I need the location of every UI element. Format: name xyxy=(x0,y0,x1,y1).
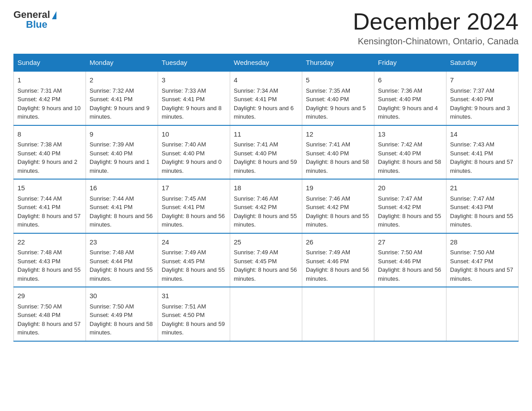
cell-content: Sunrise: 7:45 AMSunset: 4:41 PMDaylight:… xyxy=(162,194,226,229)
logo-triangle-icon xyxy=(52,11,56,19)
day-number: 22 xyxy=(17,237,82,248)
calendar-cell: 31Sunrise: 7:51 AMSunset: 4:50 PMDayligh… xyxy=(158,287,230,341)
day-number: 26 xyxy=(306,237,370,248)
calendar-cell xyxy=(374,287,446,341)
cell-content: Sunrise: 7:44 AMSunset: 4:41 PMDaylight:… xyxy=(17,194,82,229)
cell-content: Sunrise: 7:40 AMSunset: 4:40 PMDaylight:… xyxy=(162,140,226,175)
calendar-cell: 17Sunrise: 7:45 AMSunset: 4:41 PMDayligh… xyxy=(158,179,230,233)
cell-content: Sunrise: 7:46 AMSunset: 4:42 PMDaylight:… xyxy=(306,194,370,229)
day-number: 13 xyxy=(378,129,442,140)
day-number: 25 xyxy=(234,237,298,248)
cell-content: Sunrise: 7:49 AMSunset: 4:45 PMDaylight:… xyxy=(234,248,298,283)
cell-content: Sunrise: 7:48 AMSunset: 4:44 PMDaylight:… xyxy=(90,248,154,283)
calendar-cell: 21Sunrise: 7:47 AMSunset: 4:43 PMDayligh… xyxy=(446,179,519,233)
calendar-cell: 15Sunrise: 7:44 AMSunset: 4:41 PMDayligh… xyxy=(14,179,86,233)
location-title: Kensington-Chinatown, Ontario, Canada xyxy=(353,36,519,47)
calendar-cell: 19Sunrise: 7:46 AMSunset: 4:42 PMDayligh… xyxy=(302,179,374,233)
day-number: 2 xyxy=(90,75,154,86)
calendar-cell: 24Sunrise: 7:49 AMSunset: 4:45 PMDayligh… xyxy=(158,233,230,287)
page-header: General Blue December 2024 Kensington-Ch… xyxy=(13,9,519,47)
calendar-cell: 1Sunrise: 7:31 AMSunset: 4:42 PMDaylight… xyxy=(14,71,86,125)
cell-content: Sunrise: 7:34 AMSunset: 4:41 PMDaylight:… xyxy=(234,86,298,121)
day-number: 5 xyxy=(306,75,370,86)
cell-content: Sunrise: 7:41 AMSunset: 4:40 PMDaylight:… xyxy=(234,140,298,175)
day-number: 19 xyxy=(306,183,370,193)
calendar-cell: 2Sunrise: 7:32 AMSunset: 4:41 PMDaylight… xyxy=(86,71,158,125)
day-number: 24 xyxy=(162,237,226,248)
day-number: 15 xyxy=(17,183,82,193)
logo: General Blue xyxy=(13,9,56,30)
logo-blue-text: Blue xyxy=(26,19,47,30)
calendar-cell: 6Sunrise: 7:36 AMSunset: 4:40 PMDaylight… xyxy=(374,71,446,125)
calendar-cell: 7Sunrise: 7:37 AMSunset: 4:40 PMDaylight… xyxy=(446,71,519,125)
cell-content: Sunrise: 7:32 AMSunset: 4:41 PMDaylight:… xyxy=(90,86,154,121)
calendar-header-thursday: Thursday xyxy=(302,54,374,72)
day-number: 6 xyxy=(378,75,442,86)
cell-content: Sunrise: 7:50 AMSunset: 4:47 PMDaylight:… xyxy=(450,248,515,283)
title-area: December 2024 Kensington-Chinatown, Onta… xyxy=(353,9,519,47)
day-number: 31 xyxy=(162,291,226,301)
calendar-week-row: 22Sunrise: 7:48 AMSunset: 4:43 PMDayligh… xyxy=(14,233,519,287)
day-number: 29 xyxy=(17,291,82,301)
cell-content: Sunrise: 7:47 AMSunset: 4:42 PMDaylight:… xyxy=(378,194,442,229)
cell-content: Sunrise: 7:49 AMSunset: 4:45 PMDaylight:… xyxy=(162,248,226,283)
calendar-cell: 20Sunrise: 7:47 AMSunset: 4:42 PMDayligh… xyxy=(374,179,446,233)
day-number: 12 xyxy=(306,129,370,140)
cell-content: Sunrise: 7:38 AMSunset: 4:40 PMDaylight:… xyxy=(17,140,82,175)
calendar-header-tuesday: Tuesday xyxy=(158,54,230,72)
cell-content: Sunrise: 7:41 AMSunset: 4:40 PMDaylight:… xyxy=(306,140,370,175)
calendar-header-monday: Monday xyxy=(86,54,158,72)
calendar-cell: 12Sunrise: 7:41 AMSunset: 4:40 PMDayligh… xyxy=(302,125,374,180)
day-number: 18 xyxy=(234,183,298,193)
calendar-table: SundayMondayTuesdayWednesdayThursdayFrid… xyxy=(13,54,519,342)
calendar-header-wednesday: Wednesday xyxy=(230,54,302,72)
day-number: 1 xyxy=(17,75,82,86)
cell-content: Sunrise: 7:48 AMSunset: 4:43 PMDaylight:… xyxy=(17,248,82,283)
day-number: 30 xyxy=(90,291,154,301)
calendar-header-saturday: Saturday xyxy=(446,54,519,72)
calendar-cell: 25Sunrise: 7:49 AMSunset: 4:45 PMDayligh… xyxy=(230,233,302,287)
calendar-cell: 5Sunrise: 7:35 AMSunset: 4:40 PMDaylight… xyxy=(302,71,374,125)
calendar-cell: 14Sunrise: 7:43 AMSunset: 4:41 PMDayligh… xyxy=(446,125,519,180)
calendar-header-friday: Friday xyxy=(374,54,446,72)
calendar-week-row: 8Sunrise: 7:38 AMSunset: 4:40 PMDaylight… xyxy=(14,125,519,180)
day-number: 10 xyxy=(162,129,226,140)
calendar-cell: 26Sunrise: 7:49 AMSunset: 4:46 PMDayligh… xyxy=(302,233,374,287)
month-title: December 2024 xyxy=(353,9,519,34)
calendar-cell: 9Sunrise: 7:39 AMSunset: 4:40 PMDaylight… xyxy=(86,125,158,180)
calendar-cell: 3Sunrise: 7:33 AMSunset: 4:41 PMDaylight… xyxy=(158,71,230,125)
calendar-cell: 27Sunrise: 7:50 AMSunset: 4:46 PMDayligh… xyxy=(374,233,446,287)
cell-content: Sunrise: 7:51 AMSunset: 4:50 PMDaylight:… xyxy=(162,302,226,337)
calendar-cell: 4Sunrise: 7:34 AMSunset: 4:41 PMDaylight… xyxy=(230,71,302,125)
day-number: 21 xyxy=(450,183,515,193)
day-number: 27 xyxy=(378,237,442,248)
day-number: 7 xyxy=(450,75,515,86)
cell-content: Sunrise: 7:44 AMSunset: 4:41 PMDaylight:… xyxy=(90,194,154,229)
calendar-cell: 23Sunrise: 7:48 AMSunset: 4:44 PMDayligh… xyxy=(86,233,158,287)
calendar-cell: 16Sunrise: 7:44 AMSunset: 4:41 PMDayligh… xyxy=(86,179,158,233)
calendar-cell: 29Sunrise: 7:50 AMSunset: 4:48 PMDayligh… xyxy=(14,287,86,341)
day-number: 17 xyxy=(162,183,226,193)
day-number: 11 xyxy=(234,129,298,140)
cell-content: Sunrise: 7:43 AMSunset: 4:41 PMDaylight:… xyxy=(450,140,515,175)
cell-content: Sunrise: 7:36 AMSunset: 4:40 PMDaylight:… xyxy=(378,86,442,121)
calendar-cell: 22Sunrise: 7:48 AMSunset: 4:43 PMDayligh… xyxy=(14,233,86,287)
calendar-cell: 30Sunrise: 7:50 AMSunset: 4:49 PMDayligh… xyxy=(86,287,158,341)
calendar-week-row: 29Sunrise: 7:50 AMSunset: 4:48 PMDayligh… xyxy=(14,287,519,341)
cell-content: Sunrise: 7:46 AMSunset: 4:42 PMDaylight:… xyxy=(234,194,298,229)
day-number: 3 xyxy=(162,75,226,86)
cell-content: Sunrise: 7:39 AMSunset: 4:40 PMDaylight:… xyxy=(90,140,154,175)
calendar-cell: 10Sunrise: 7:40 AMSunset: 4:40 PMDayligh… xyxy=(158,125,230,180)
calendar-cell: 28Sunrise: 7:50 AMSunset: 4:47 PMDayligh… xyxy=(446,233,519,287)
day-number: 20 xyxy=(378,183,442,193)
cell-content: Sunrise: 7:47 AMSunset: 4:43 PMDaylight:… xyxy=(450,194,515,229)
cell-content: Sunrise: 7:31 AMSunset: 4:42 PMDaylight:… xyxy=(17,86,82,121)
day-number: 8 xyxy=(17,129,82,140)
day-number: 28 xyxy=(450,237,515,248)
calendar-cell: 13Sunrise: 7:42 AMSunset: 4:40 PMDayligh… xyxy=(374,125,446,180)
calendar-week-row: 15Sunrise: 7:44 AMSunset: 4:41 PMDayligh… xyxy=(14,179,519,233)
cell-content: Sunrise: 7:50 AMSunset: 4:49 PMDaylight:… xyxy=(90,302,154,337)
calendar-week-row: 1Sunrise: 7:31 AMSunset: 4:42 PMDaylight… xyxy=(14,71,519,125)
calendar-cell xyxy=(302,287,374,341)
day-number: 4 xyxy=(234,75,298,86)
